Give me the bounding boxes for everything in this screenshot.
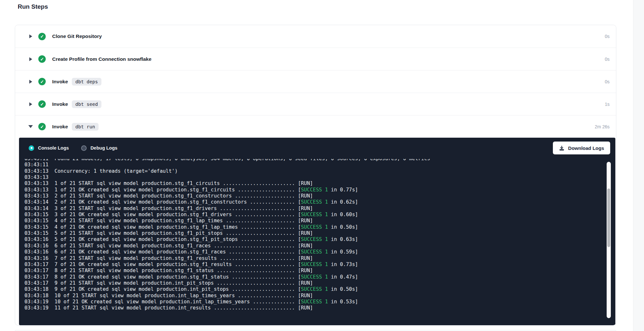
log-line-text: 03:43:11 Found 21 models, 17 tests, 0 sn…	[24, 159, 430, 161]
log-line-text: 03:43:17 8 of 21 OK created sql view mod…	[24, 274, 301, 280]
chevron-right-icon[interactable]	[28, 80, 33, 84]
log-line: 03:43:14 2 of 21 OK created sql view mod…	[24, 199, 615, 205]
log-line-text: 03:43:13	[24, 174, 54, 180]
step-row[interactable]: ✓Create Profile from Connection snowflak…	[15, 48, 616, 70]
log-line: 03:43:15 4 of 21 START sql view model pr…	[24, 218, 615, 224]
caret-down-shape	[28, 125, 33, 128]
log-line: 03:43:18 10 of 21 START sql view model p…	[24, 293, 615, 299]
step-row[interactable]: ✓Clone Git Repository0s	[15, 25, 616, 48]
radio-selected-icon[interactable]	[29, 145, 34, 151]
step-row[interactable]: ✓Invokedbt run2m 26s	[15, 115, 616, 138]
run-steps-list: ✓Clone Git Repository0s✓Create Profile f…	[15, 25, 616, 138]
log-line: 03:43:13 2 of 21 START sql view model pr…	[24, 193, 615, 199]
log-line-text: 03:43:18 10 of 21 START sql view model p…	[24, 293, 313, 299]
log-success-tag: SUCCESS 1	[301, 199, 328, 205]
log-success-tag: SUCCESS 1	[301, 274, 328, 280]
step-label: Invoke	[52, 124, 68, 130]
chevron-right-icon[interactable]	[28, 102, 33, 106]
step-command-badge: dbt run	[72, 123, 99, 131]
step-command-badge: dbt deps	[72, 78, 101, 86]
success-check-icon: ✓	[38, 100, 46, 108]
step-duration: 0s	[605, 34, 610, 39]
log-line: 03:43:11 Found 21 models, 17 tests, 0 sn…	[24, 159, 615, 162]
log-line-suffix: in 0.47s]	[328, 274, 358, 280]
log-success-tag: SUCCESS 1	[301, 187, 328, 193]
log-success-tag: SUCCESS 1	[301, 249, 328, 255]
step-duration: 0s	[605, 57, 610, 62]
radio-unselected-icon[interactable]	[81, 145, 87, 151]
step-command-badge: dbt seed	[72, 100, 101, 108]
log-line-suffix: in 0.77s]	[328, 187, 358, 193]
log-line: 03:43:11	[24, 162, 615, 168]
download-logs-label: Download Logs	[568, 145, 604, 151]
step-label: Invoke	[52, 101, 68, 107]
download-icon	[559, 145, 564, 151]
caret-right-shape	[29, 57, 32, 61]
log-line-text: 03:43:11	[24, 162, 54, 168]
log-line-text: 03:43:16 6 of 21 OK created sql view mod…	[24, 249, 301, 255]
chevron-down-icon[interactable]	[28, 125, 33, 128]
caret-right-shape	[29, 34, 32, 38]
log-line-text: 03:43:15 4 of 21 START sql view model pr…	[24, 218, 313, 224]
log-line-text: 03:43:18 9 of 21 OK created sql view mod…	[24, 286, 301, 292]
log-line: 03:43:14 3 of 21 START sql view model pr…	[24, 206, 615, 212]
log-line-text: 03:43:13 2 of 21 START sql view model pr…	[24, 193, 313, 199]
log-panel-header: Console Logs Debug Logs Download Logs	[19, 138, 615, 158]
log-line-suffix: in 0.50s]	[328, 286, 358, 292]
caret-right-shape	[29, 80, 32, 84]
download-logs-button[interactable]: Download Logs	[553, 142, 610, 154]
step-label: Clone Git Repository	[52, 33, 102, 39]
log-success-tag: SUCCESS 1	[301, 299, 328, 305]
debug-logs-label[interactable]: Debug Logs	[90, 145, 118, 151]
log-success-tag: SUCCESS 1	[301, 236, 328, 242]
success-check-icon: ✓	[38, 55, 46, 63]
log-line: 03:43:15 5 of 21 START sql view model pr…	[24, 230, 615, 236]
step-row[interactable]: ✓Invokedbt seed1s	[15, 93, 616, 115]
log-line: 03:43:16 7 of 21 START sql view model pr…	[24, 255, 615, 262]
page-right-gutter	[633, 0, 644, 331]
log-line-suffix: in 0.53s]	[328, 299, 358, 305]
log-line-text: 03:43:17 8 of 21 START sql view model pr…	[24, 268, 313, 273]
chevron-right-icon[interactable]	[28, 34, 33, 38]
log-line-suffix: in 0.62s]	[328, 199, 358, 205]
log-line-text: 03:43:17 7 of 21 OK created sql view mod…	[24, 262, 301, 267]
log-line-text: 03:43:17 9 of 21 START sql view model pr…	[24, 280, 313, 286]
log-line: 03:43:16 5 of 21 OK created sql view mod…	[24, 236, 615, 243]
log-line: 03:43:17 8 of 21 OK created sql view mod…	[24, 274, 615, 280]
log-line-suffix: in 0.59s]	[328, 249, 358, 255]
debug-logs-radio[interactable]: Debug Logs	[81, 145, 118, 151]
success-check-icon: ✓	[38, 123, 46, 130]
log-line: 03:43:13	[24, 174, 615, 180]
page-title: Run Steps	[18, 3, 48, 10]
chevron-right-icon[interactable]	[28, 57, 33, 61]
log-line: 03:43:13 1 of 21 START sql view model pr…	[24, 180, 615, 187]
log-line-text: 03:43:16 5 of 21 OK created sql view mod…	[24, 236, 301, 242]
log-success-tag: SUCCESS 1	[301, 262, 328, 267]
log-line-suffix: in 0.60s]	[328, 212, 358, 217]
console-logs-label[interactable]: Console Logs	[38, 145, 69, 151]
log-line: 03:43:17 9 of 21 START sql view model pr…	[24, 280, 615, 286]
log-line: 03:43:17 7 of 21 OK created sql view mod…	[24, 262, 615, 268]
step-row[interactable]: ✓Invokedbt deps0s	[15, 70, 616, 93]
console-log-lines: 03:43:11 Found 21 models, 17 tests, 0 sn…	[24, 159, 615, 311]
log-line-text: 03:43:16 7 of 21 START sql view model pr…	[24, 255, 313, 261]
success-check-icon: ✓	[38, 33, 46, 40]
log-line: 03:43:17 8 of 21 START sql view model pr…	[24, 268, 615, 274]
step-duration: 0s	[605, 79, 610, 84]
log-line-text: 03:43:15 3 of 21 OK created sql view mod…	[24, 212, 301, 217]
log-line: 03:43:16 6 of 21 START sql view model pr…	[24, 243, 615, 249]
log-success-tag: SUCCESS 1	[301, 286, 328, 292]
log-line: 03:43:18 9 of 21 OK created sql view mod…	[24, 286, 615, 292]
log-scrollbar-track[interactable]	[607, 162, 611, 318]
log-line: 03:43:15 3 of 21 OK created sql view mod…	[24, 212, 615, 218]
log-scrollbar-thumb[interactable]	[607, 188, 610, 247]
log-line-text: 03:43:19 10 of 21 OK created sql view mo…	[24, 299, 301, 305]
caret-right-shape	[29, 102, 32, 106]
console-log-viewport: 03:43:11 Found 21 models, 17 tests, 0 sn…	[19, 159, 615, 325]
log-success-tag: SUCCESS 1	[301, 212, 328, 217]
log-line: 03:43:16 6 of 21 OK created sql view mod…	[24, 249, 615, 255]
log-line: 03:43:13 1 of 21 OK created sql view mod…	[24, 187, 615, 193]
log-line-text: 03:43:15 5 of 21 START sql view model pr…	[24, 230, 313, 236]
console-logs-radio[interactable]: Console Logs	[29, 145, 69, 151]
step-duration: 2m 26s	[595, 124, 610, 129]
